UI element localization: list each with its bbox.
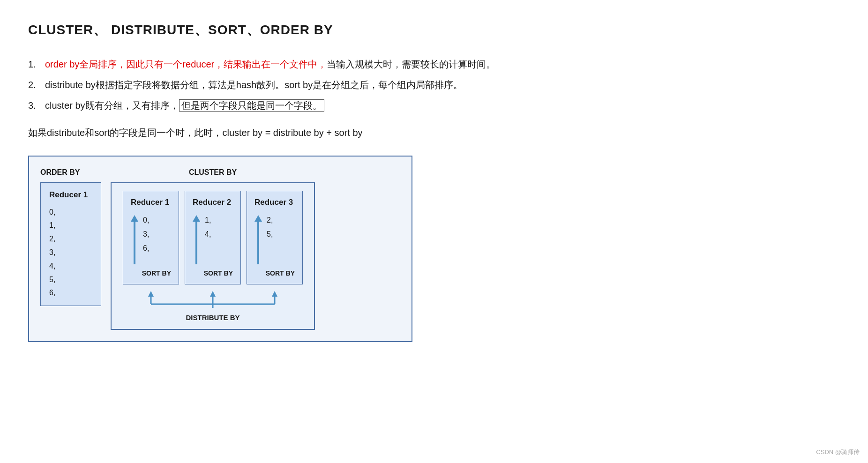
clusterby-label: CLUSTER BY xyxy=(111,166,315,179)
list-item-3-boxed: 但是两个字段只能是同一个字段。 xyxy=(179,99,324,112)
orderby-val-5: 5, xyxy=(49,273,55,287)
r1-val-0: 0, xyxy=(143,213,171,227)
r1-sort-label: SORT BY xyxy=(142,264,171,279)
orderby-val-0: 0, xyxy=(49,206,55,219)
list-item-3: 3. cluster by既有分组，又有排序，但是两个字段只能是同一个字段。 xyxy=(28,97,840,113)
cluster-r2-title: Reducer 2 xyxy=(193,196,231,209)
list-item-3-text: cluster by既有分组，又有排序，但是两个字段只能是同一个字段。 xyxy=(45,97,324,113)
r1-arrow-head xyxy=(131,215,138,222)
distribute-label: DISTRIBUTE BY xyxy=(186,312,239,324)
cluster-r1-title: Reducer 1 xyxy=(131,196,169,209)
r1-val-3: 3, xyxy=(143,227,171,241)
cluster-reducer-1: Reducer 1 0, 3, 6, xyxy=(123,191,179,284)
r2-val-1: 1, xyxy=(205,213,233,227)
cluster-r3-values: 2, 5, xyxy=(267,213,295,264)
list-num-3: 3. xyxy=(28,97,45,113)
r3-val-2: 2, xyxy=(267,213,295,227)
cluster-reducers: Reducer 1 0, 3, 6, xyxy=(123,191,303,284)
orderby-reducer-title: Reducer 1 xyxy=(49,188,88,202)
r3-arrow-head xyxy=(254,215,262,222)
list-num-2: 2. xyxy=(28,77,45,93)
list-item-2: 2. distribute by根据指定字段将数据分组，算法是hash散列。so… xyxy=(28,77,840,93)
diagram-container: ORDER BY Reducer 1 0, 1, 2, 3, 4, 5, 6, … xyxy=(28,156,412,343)
r1-arrow-shaft xyxy=(134,222,135,264)
cluster-r2-values: 1, 4, xyxy=(205,213,233,264)
orderby-label: ORDER BY xyxy=(40,166,80,179)
orderby-section: ORDER BY Reducer 1 0, 1, 2, 3, 4, 5, 6, xyxy=(40,166,101,306)
cluster-reducer-3: Reducer 3 2, 5, SORT BY xyxy=(247,191,303,284)
cluster-r3-title: Reducer 3 xyxy=(254,196,293,209)
diagram-inner: ORDER BY Reducer 1 0, 1, 2, 3, 4, 5, 6, … xyxy=(40,166,400,330)
orderby-val-1: 1, xyxy=(49,219,55,232)
svg-marker-1 xyxy=(210,291,216,297)
distribute-row: DISTRIBUTE BY xyxy=(119,291,307,325)
orderby-reducer-values: 0, 1, 2, 3, 4, 5, 6, xyxy=(49,206,55,300)
list-item-1: 1. order by全局排序，因此只有一个reducer，结果输出在一个文件中… xyxy=(28,56,840,72)
r2-arrow-head xyxy=(193,215,200,222)
orderby-val-6: 6, xyxy=(49,286,55,300)
orderby-val-2: 2, xyxy=(49,232,55,246)
r2-arrow-shaft xyxy=(195,222,197,264)
list-num-1: 1. xyxy=(28,56,45,72)
r2-sort-label: SORT BY xyxy=(204,264,233,279)
svg-marker-4 xyxy=(148,291,154,297)
clusterby-section: CLUSTER BY Reducer 1 0, xyxy=(111,166,315,330)
list-section: 1. order by全局排序，因此只有一个reducer，结果输出在一个文件中… xyxy=(28,56,840,113)
r3-arrow-shaft xyxy=(257,222,259,264)
list-item-3-before: cluster by既有分组，又有排序， xyxy=(45,100,179,111)
r2-val-4: 4, xyxy=(205,227,233,241)
cluster-reducer-2: Reducer 2 1, 4, SORT BY xyxy=(185,191,241,284)
list-item-1-red: order by全局排序，因此只有一个reducer，结果输出在一个文件中， xyxy=(45,59,327,69)
r3-sort-label: SORT BY xyxy=(266,264,295,279)
cluster-r1-values: 0, 3, 6, xyxy=(143,213,171,264)
summary-line: 如果distribute和sort的字段是同一个时，此时，cluster by … xyxy=(28,125,840,141)
r3-val-5: 5, xyxy=(267,227,295,241)
cluster-outer: Reducer 1 0, 3, 6, xyxy=(111,182,315,330)
orderby-val-4: 4, xyxy=(49,260,55,273)
list-item-2-text: distribute by根据指定字段将数据分组，算法是hash散列。sort … xyxy=(45,77,463,93)
list-item-1-normal: 当输入规模大时，需要较长的计算时间。 xyxy=(327,59,495,69)
page-title: CLUSTER、 DISTRIBUTE、SORT、ORDER BY xyxy=(28,19,840,41)
orderby-reducer-box: Reducer 1 0, 1, 2, 3, 4, 5, 6, xyxy=(40,182,101,306)
list-item-1-text: order by全局排序，因此只有一个reducer，结果输出在一个文件中，当输… xyxy=(45,56,495,72)
svg-marker-7 xyxy=(272,291,277,297)
r1-val-6: 6, xyxy=(143,241,171,255)
distribute-arrows-svg xyxy=(119,291,307,308)
orderby-val-3: 3, xyxy=(49,246,55,260)
